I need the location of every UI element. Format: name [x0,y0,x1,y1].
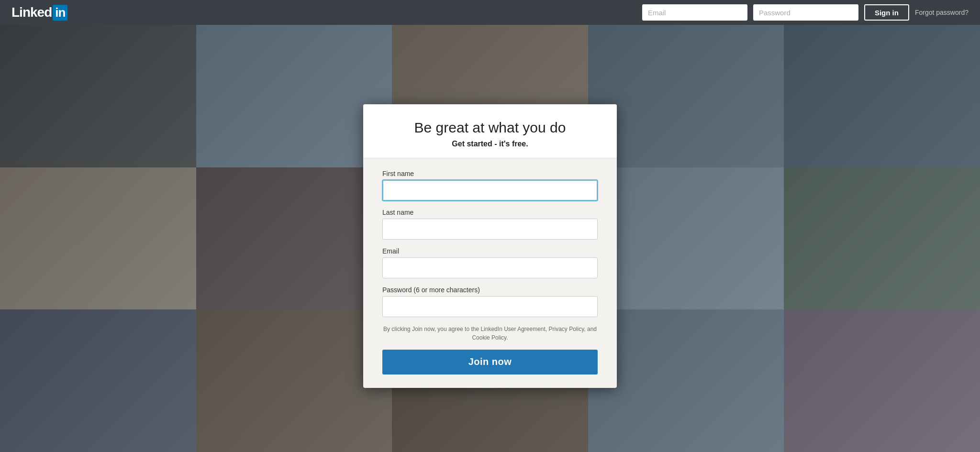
modal-subtitle: Get started - it's free. [382,140,598,148]
bg-cell-15 [784,309,980,452]
modal-body: First name Last name Email Password (6 o… [363,158,617,388]
join-now-button[interactable]: Join now [382,350,598,375]
bg-cell-9 [588,167,784,310]
last-name-label: Last name [382,209,598,216]
last-name-group: Last name [382,209,598,240]
bg-cell-6 [0,167,196,310]
logo-text: Linked [11,5,52,20]
last-name-input[interactable] [382,219,598,240]
bg-cell-1 [0,25,196,167]
header-password-input[interactable] [753,4,858,21]
email-group: Email [382,247,598,278]
bg-cell-11 [0,309,196,452]
bg-cell-10 [784,167,980,310]
password-group: Password (6 or more characters) [382,286,598,317]
sign-in-button[interactable]: Sign in [864,4,909,21]
bg-cell-4 [588,25,784,167]
first-name-group: First name [382,170,598,201]
linkedin-logo: Linkedin [11,5,67,21]
forgot-password-link[interactable]: Forgot password? [915,9,969,16]
modal-header: Be great at what you do Get started - it… [363,104,617,158]
bg-cell-7 [196,167,392,310]
bg-cell-5 [784,25,980,167]
header: Linkedin Sign in Forgot password? [0,0,980,25]
bg-cell-14 [588,309,784,452]
header-right: Sign in Forgot password? [642,4,969,21]
logo-in: in [53,5,67,21]
bg-cell-2 [196,25,392,167]
first-name-label: First name [382,170,598,177]
email-label: Email [382,247,598,255]
first-name-input[interactable] [382,180,598,201]
modal-title: Be great at what you do [382,120,598,136]
bg-cell-12 [196,309,392,452]
password-label: Password (6 or more characters) [382,286,598,294]
terms-text: By clicking Join now, you agree to the L… [382,325,598,342]
registration-modal: Be great at what you do Get started - it… [363,104,617,388]
email-input[interactable] [382,257,598,278]
password-input[interactable] [382,296,598,317]
header-email-input[interactable] [642,4,747,21]
